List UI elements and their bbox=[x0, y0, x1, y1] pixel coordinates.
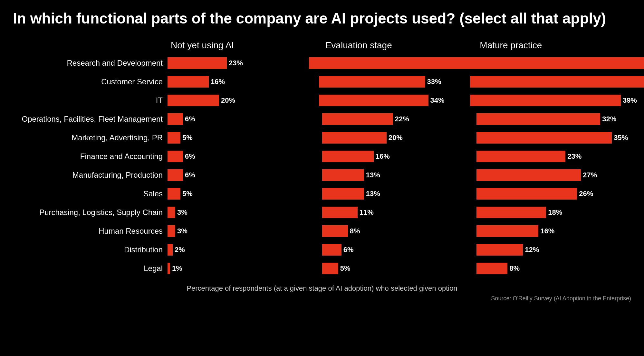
not-yet-pct: 2% bbox=[175, 246, 185, 254]
mature-bar-group: 8% bbox=[476, 263, 631, 274]
not-yet-bar bbox=[168, 95, 219, 106]
row-label: Distribution bbox=[13, 245, 168, 254]
not-yet-bar-group: 2% bbox=[168, 244, 322, 256]
eval-bar bbox=[322, 113, 393, 125]
mature-bar-group: 39% bbox=[470, 95, 631, 106]
eval-pct: 5% bbox=[340, 264, 351, 273]
mature-bar-group: 16% bbox=[476, 225, 631, 237]
table-row: Sales5%13%26% bbox=[13, 184, 631, 203]
not-yet-bar bbox=[168, 76, 209, 88]
not-yet-pct: 5% bbox=[182, 134, 193, 142]
chart-area: Not yet using AI Evaluation stage Mature… bbox=[13, 40, 631, 278]
col-header-mature: Mature practice bbox=[476, 40, 631, 51]
page-title: In which functional parts of the company… bbox=[13, 10, 631, 27]
not-yet-pct: 3% bbox=[177, 208, 187, 217]
column-headers: Not yet using AI Evaluation stage Mature… bbox=[168, 40, 631, 51]
eval-pct: 22% bbox=[395, 115, 409, 123]
mature-pct: 39% bbox=[623, 96, 637, 105]
mature-bar bbox=[476, 132, 612, 144]
row-label: IT bbox=[13, 96, 168, 105]
table-row: Manufacturing, Production6%13%27% bbox=[13, 166, 631, 184]
eval-bar-group: 54% bbox=[309, 57, 470, 69]
table-row: Legal1%5%8% bbox=[13, 259, 631, 278]
eval-bar-group: 13% bbox=[322, 188, 477, 200]
mature-pct: 18% bbox=[548, 208, 562, 217]
table-row: Purchasing, Logistics, Supply Chain3%11%… bbox=[13, 203, 631, 222]
eval-pct: 8% bbox=[350, 227, 360, 235]
not-yet-bar-group: 16% bbox=[168, 76, 319, 88]
mature-pct: 23% bbox=[567, 152, 582, 161]
eval-bar bbox=[322, 263, 338, 274]
eval-bar-group: 20% bbox=[322, 132, 477, 144]
mature-bar-group: 23% bbox=[476, 151, 631, 162]
eval-pct: 6% bbox=[343, 246, 354, 254]
mature-bar-group: 12% bbox=[476, 244, 631, 256]
not-yet-bar bbox=[168, 244, 173, 256]
not-yet-bar-group: 6% bbox=[168, 151, 322, 162]
mature-bar bbox=[476, 207, 546, 218]
mature-bar bbox=[470, 95, 621, 106]
eval-pct: 34% bbox=[430, 96, 445, 105]
mature-bar bbox=[470, 57, 644, 69]
eval-bar-group: 33% bbox=[319, 76, 470, 88]
col-header-not-yet: Not yet using AI bbox=[168, 40, 322, 51]
mature-bar bbox=[470, 76, 644, 88]
mature-bar bbox=[476, 244, 523, 256]
not-yet-pct: 6% bbox=[185, 115, 195, 123]
eval-bar-group: 16% bbox=[322, 151, 477, 162]
eval-bar-group: 13% bbox=[322, 169, 477, 181]
col-header-eval: Evaluation stage bbox=[322, 40, 477, 51]
eval-bar bbox=[322, 132, 387, 144]
eval-pct: 33% bbox=[427, 78, 441, 86]
eval-pct: 16% bbox=[376, 152, 390, 161]
eval-pct: 13% bbox=[366, 190, 380, 198]
eval-bar bbox=[322, 188, 364, 200]
mature-bar-group: 48% bbox=[470, 76, 631, 88]
eval-bar bbox=[309, 57, 483, 69]
mature-bar bbox=[476, 263, 507, 274]
mature-pct: 8% bbox=[509, 264, 520, 273]
eval-bar bbox=[319, 76, 425, 88]
table-row: Customer Service16%33%48% bbox=[13, 72, 631, 91]
row-label: Finance and Accounting bbox=[13, 152, 168, 161]
row-label: Purchasing, Logistics, Supply Chain bbox=[13, 208, 168, 217]
mature-bar bbox=[476, 188, 577, 200]
not-yet-bar-group: 3% bbox=[168, 207, 322, 218]
table-row: Human Resources3%8%16% bbox=[13, 222, 631, 240]
mature-bar bbox=[476, 113, 600, 125]
row-label: Manufacturing, Production bbox=[13, 171, 168, 180]
row-label: Operations, Facilities, Fleet Management bbox=[13, 115, 168, 124]
table-row: Finance and Accounting6%16%23% bbox=[13, 147, 631, 166]
not-yet-bar-group: 20% bbox=[168, 95, 319, 106]
not-yet-bar bbox=[168, 188, 180, 200]
mature-pct: 32% bbox=[602, 115, 616, 123]
not-yet-bar-group: 3% bbox=[168, 225, 322, 237]
table-row: Operations, Facilities, Fleet Management… bbox=[13, 110, 631, 128]
row-label: Human Resources bbox=[13, 227, 168, 236]
row-label: Research and Development bbox=[13, 59, 168, 68]
mature-bar bbox=[476, 225, 538, 237]
eval-bar bbox=[322, 151, 374, 162]
eval-pct: 11% bbox=[360, 208, 374, 217]
mature-pct: 12% bbox=[525, 246, 539, 254]
eval-bar bbox=[322, 225, 348, 237]
row-label: Customer Service bbox=[13, 77, 168, 86]
eval-bar bbox=[319, 95, 428, 106]
eval-bar-group: 11% bbox=[322, 207, 477, 218]
not-yet-pct: 1% bbox=[172, 264, 182, 273]
row-label: Legal bbox=[13, 264, 168, 273]
not-yet-pct: 6% bbox=[185, 152, 195, 161]
not-yet-pct: 16% bbox=[211, 78, 225, 86]
table-row: Research and Development23%54%63% bbox=[13, 54, 631, 72]
mature-pct: 27% bbox=[583, 171, 597, 179]
row-label: Marketing, Advertising, PR bbox=[13, 133, 168, 142]
row-label: Sales bbox=[13, 189, 168, 198]
source: Source: O'Reilly Survey (AI Adoption in … bbox=[13, 295, 631, 302]
not-yet-bar bbox=[168, 225, 175, 237]
not-yet-bar-group: 6% bbox=[168, 113, 322, 125]
not-yet-pct: 23% bbox=[229, 59, 243, 67]
not-yet-bar-group: 23% bbox=[168, 57, 309, 69]
mature-bar-group: 27% bbox=[476, 169, 631, 181]
eval-bar bbox=[322, 244, 341, 256]
not-yet-pct: 5% bbox=[182, 190, 193, 198]
